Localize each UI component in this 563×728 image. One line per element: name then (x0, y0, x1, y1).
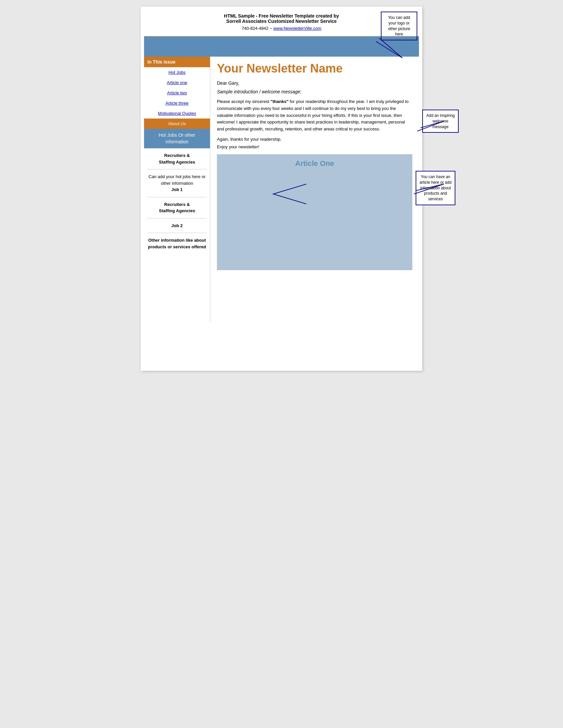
enjoy-text: Enjoy your newsletter! (217, 144, 412, 149)
sidebar-block2-line1: Can add your hot jobs here or other info… (149, 174, 206, 186)
salutation: Dear Gary, (217, 80, 412, 86)
sidebar-link-hot-jobs[interactable]: Hot Jobs (144, 67, 210, 77)
article-callout-box: You can have an article here or add info… (416, 171, 455, 205)
page-header: HTML Sample - Free Newsletter Template c… (141, 7, 422, 33)
sidebar-block3-line1: Recruiters & (164, 202, 190, 207)
header-contact: 740-824-4842 ~ www.NewsletterVille.com (147, 26, 416, 31)
intro-message: Sample introduction / welcome message: (217, 89, 412, 94)
sidebar-about: About Us (144, 119, 210, 129)
sidebar-block3-line2: Staffing Agencies (159, 208, 195, 213)
welcome-text: Please accept my sincerest "thanks" for … (217, 98, 412, 133)
sidebar-link-article-two[interactable]: Article two (144, 88, 210, 98)
welcome-callout-text: Add an inspiring welcome message (426, 113, 455, 129)
sidebar-block4-line1: Job 2 (171, 223, 183, 228)
sidebar-link-motivational-quotes[interactable]: Motivational Quotes (144, 108, 210, 119)
page: HTML Sample - Free Newsletter Template c… (141, 7, 422, 371)
in-this-issue-header: In This Issue (144, 57, 210, 67)
sidebar-block1-line1: Recruiters & (164, 153, 190, 158)
again-thanks: Again, thanks for your readership. (217, 137, 412, 142)
article-one-title: Article One (223, 159, 406, 168)
logo-box-text: You can add your logo or other picture h… (388, 15, 410, 36)
newsletter-name: Your Newsletter Name (217, 62, 412, 75)
header-title-line2: Sorrell Associates Customized Newsletter… (147, 19, 416, 24)
welcome-bold: "thanks" (270, 99, 289, 104)
sidebar-block4: Job 2 (144, 218, 210, 233)
main-layout: In This Issue Hot Jobs Article one Artic… (144, 57, 419, 321)
header-phone: 740-824-4842 ~ (242, 26, 273, 31)
sidebar-block3: Recruiters & Staffing Agencies (144, 197, 210, 218)
sidebar-block5: Other information like about products or… (144, 233, 210, 254)
sidebar-block2-line2: Job 1 (171, 187, 183, 192)
svg-line-0 (379, 38, 402, 58)
sidebar-block1: Recruiters & Staffing Agencies (144, 148, 210, 169)
svg-line-1 (376, 41, 402, 58)
main-content: Your Newsletter Name Dear Gary, Sample i… (210, 57, 419, 321)
sidebar-block1-line2: Staffing Agencies (159, 160, 195, 165)
article-callout-text: You can have an article here or add info… (420, 174, 452, 201)
sidebar-link-article-three[interactable]: Article three (144, 98, 210, 108)
article-content-arrow (266, 181, 306, 207)
welcome-callout-box: Add an inspiring welcome message (422, 110, 459, 133)
welcome-body: Please accept my sincerest (217, 99, 270, 104)
sidebar-block5-line1: Other information like about products or… (148, 238, 206, 249)
sidebar-link-article-one[interactable]: Article one (144, 77, 210, 88)
sidebar-hot-jobs-header: Hot Jobs Or other information (144, 129, 210, 148)
header-title-line1: HTML Sample - Free Newsletter Template c… (147, 13, 416, 19)
header-website-link[interactable]: www.NewsletterVille.com (273, 26, 321, 31)
sidebar: In This Issue Hot Jobs Article one Artic… (144, 57, 210, 321)
article-one-section: Article One You can have an article here… (217, 154, 412, 270)
sidebar-block2: Can add your hot jobs here or other info… (144, 170, 210, 197)
